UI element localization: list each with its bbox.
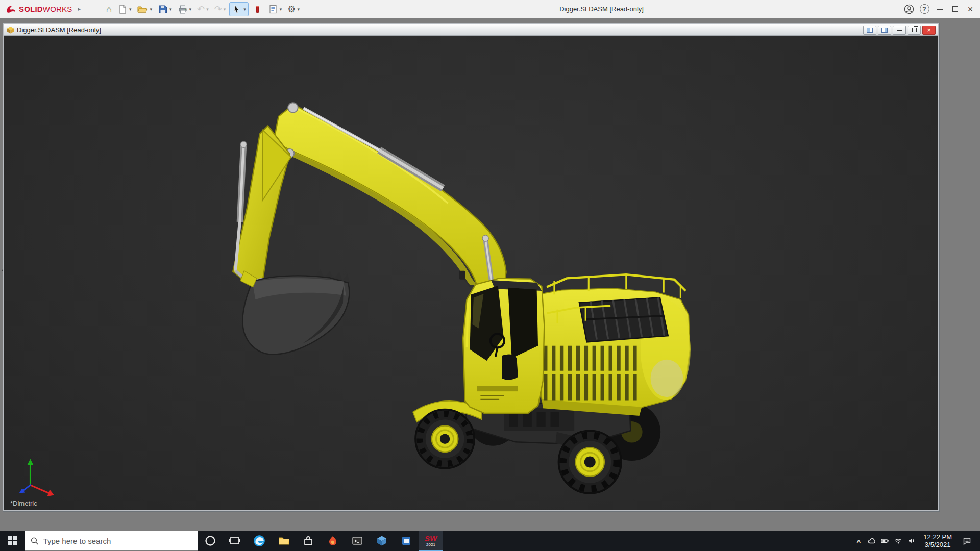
- chevron-down-icon[interactable]: ▾: [224, 7, 226, 12]
- brand-text-works: WORKS: [43, 5, 72, 13]
- front-left-wheel[interactable]: [415, 410, 474, 468]
- 3ds-logo-icon: [6, 5, 16, 13]
- chevron-down-icon[interactable]: ▾: [150, 7, 152, 12]
- tray-overflow-button[interactable]: ^: [852, 531, 865, 551]
- document-window: Digger.SLDASM [Read-only] ×: [3, 23, 939, 511]
- system-tray: ^ 12:22 PM 3/5/2021: [852, 531, 980, 551]
- document-restore-button[interactable]: [908, 26, 921, 35]
- minimize-button[interactable]: [932, 1, 947, 17]
- chevron-down-icon[interactable]: ▾: [129, 7, 132, 12]
- taskbar-clock[interactable]: 12:22 PM 3/5/2021: [918, 533, 957, 548]
- redo-icon: ↷: [214, 5, 222, 14]
- minimize-icon: [897, 30, 902, 31]
- chevron-down-icon[interactable]: ▾: [298, 7, 300, 12]
- split-pane-left-icon: [867, 28, 873, 33]
- brand-expand-arrow[interactable]: ▸: [78, 6, 81, 12]
- view-orientation-label: *Dimetric: [10, 499, 37, 507]
- brand-text: SOLIDWORKS: [19, 5, 72, 14]
- document-window-controls: ×: [863, 26, 936, 35]
- pane-split-left-button[interactable]: [863, 26, 876, 35]
- taskbar: SW 2021 ^ 12:22 PM 3/5/2021: [0, 531, 980, 551]
- options-button[interactable]: ⚙▾: [285, 2, 302, 16]
- chevron-down-icon[interactable]: ▾: [206, 7, 209, 12]
- bucket[interactable]: [240, 269, 350, 355]
- taskbar-item-store[interactable]: [296, 531, 321, 551]
- home-button[interactable]: ⌂: [104, 2, 114, 16]
- help-button[interactable]: ?: [917, 1, 932, 17]
- document-close-button[interactable]: ×: [922, 26, 936, 35]
- terminal-icon: [351, 535, 363, 547]
- chevron-down-icon[interactable]: ▾: [243, 7, 246, 12]
- graphics-viewport[interactable]: *Dimetric: [4, 36, 938, 510]
- tray-network[interactable]: [892, 531, 905, 551]
- tray-volume[interactable]: [905, 531, 918, 551]
- cad-cube-icon: [376, 535, 388, 547]
- cortana-icon: [204, 535, 216, 547]
- open-button[interactable]: ▾: [135, 2, 154, 16]
- save-button[interactable]: ▾: [156, 2, 174, 16]
- select-cursor-icon: [232, 4, 242, 14]
- document-minimize-button[interactable]: [893, 26, 906, 35]
- taskbar-item-edge[interactable]: [247, 531, 272, 551]
- account-icon: [904, 4, 914, 14]
- taskbar-item-solidworks-file[interactable]: [370, 531, 394, 551]
- speaker-icon: [908, 537, 916, 545]
- close-button[interactable]: ×: [963, 1, 978, 17]
- boom-arm[interactable]: [274, 103, 506, 285]
- reference-tool-button[interactable]: [250, 2, 264, 16]
- taskbar-item-task-view[interactable]: [223, 531, 247, 551]
- tray-onedrive[interactable]: [865, 531, 878, 551]
- taskbar-item-solidworks[interactable]: SW 2021: [419, 531, 443, 551]
- print-button[interactable]: ▾: [176, 2, 194, 16]
- wifi-icon: [894, 537, 902, 545]
- taskbar-item-cortana[interactable]: [198, 531, 223, 551]
- excavator-3d-model[interactable]: [4, 36, 938, 510]
- restore-icon: [912, 28, 917, 32]
- redo-button[interactable]: ↷▾: [212, 2, 228, 16]
- cab[interactable]: [459, 271, 545, 413]
- orientation-triad: [19, 459, 54, 496]
- brand-text-solid: SOLID: [19, 5, 43, 13]
- select-tool-button[interactable]: ▾: [229, 2, 249, 16]
- windows-logo-icon: [8, 536, 17, 545]
- new-document-button[interactable]: ▾: [115, 2, 134, 16]
- save-icon: [158, 4, 168, 14]
- clock-time: 12:22 PM: [923, 533, 952, 541]
- tray-battery[interactable]: [878, 531, 892, 551]
- front-right-wheel[interactable]: [558, 431, 621, 493]
- maximize-button[interactable]: [947, 1, 963, 17]
- taskbar-item-file-explorer[interactable]: [272, 531, 296, 551]
- mdi-area: Digger.SLDASM [Read-only] ×: [0, 18, 980, 531]
- start-button[interactable]: [0, 531, 24, 551]
- action-center-button[interactable]: [957, 531, 976, 551]
- taskbar-item-app-red[interactable]: [321, 531, 345, 551]
- pane-split-right-button[interactable]: [878, 26, 891, 35]
- chevron-down-icon[interactable]: ▾: [280, 7, 282, 12]
- edge-browser-icon: [253, 534, 266, 547]
- cloud-icon: [868, 537, 876, 545]
- chevron-down-icon[interactable]: ▾: [189, 7, 192, 12]
- file-properties-icon: [268, 4, 278, 14]
- solidworks-logo: SOLIDWORKS ▸: [0, 5, 86, 14]
- new-document-icon: [117, 4, 128, 14]
- help-icon: ?: [920, 4, 929, 14]
- upper-body[interactable]: [535, 274, 691, 416]
- close-icon: ×: [968, 5, 973, 14]
- undo-button[interactable]: ↶▾: [195, 2, 211, 16]
- search-input[interactable]: [43, 537, 192, 545]
- app-titlebar: SOLIDWORKS ▸ ⌂ ▾ ▾ ▾ ▾ ↶▾ ↷▾ ▾: [0, 0, 980, 18]
- side-mirror: [459, 271, 465, 280]
- taskbar-item-terminal[interactable]: [345, 531, 370, 551]
- chevron-up-icon: ^: [857, 538, 861, 546]
- action-center-icon: [963, 537, 971, 545]
- taskbar-item-window-app[interactable]: [394, 531, 419, 551]
- file-properties-button[interactable]: ▾: [266, 2, 284, 16]
- taskbar-search[interactable]: [24, 531, 198, 551]
- assembly-document-icon: [7, 26, 14, 34]
- task-view-icon: [229, 535, 241, 547]
- maximize-icon: [952, 6, 958, 12]
- chevron-down-icon[interactable]: ▾: [169, 7, 172, 12]
- account-button[interactable]: [901, 1, 917, 17]
- undo-icon: ↶: [197, 5, 205, 14]
- document-titlebar[interactable]: Digger.SLDASM [Read-only] ×: [4, 24, 938, 36]
